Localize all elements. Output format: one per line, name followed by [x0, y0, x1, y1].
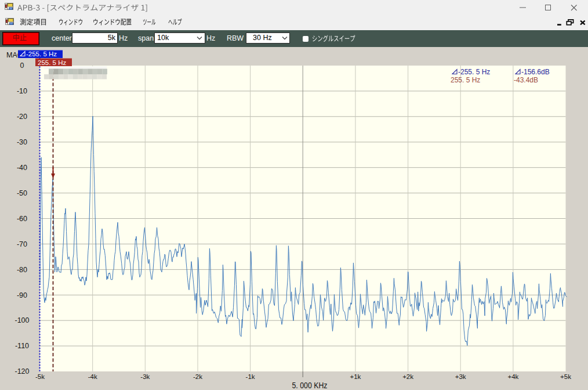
svg-text:+4k: +4k	[507, 373, 518, 380]
svg-text:-255. 5 Hz: -255. 5 Hz	[26, 50, 57, 57]
svg-text:-10: -10	[17, 87, 27, 95]
svg-text:-80: -80	[17, 266, 27, 274]
svg-text:-30: -30	[17, 138, 27, 146]
svg-text:-255. 5 Hz: -255. 5 Hz	[458, 68, 490, 76]
svg-text:-4k: -4k	[88, 373, 97, 380]
svg-text:-156.6dB: -156.6dB	[521, 68, 550, 76]
svg-text:-2k: -2k	[193, 373, 202, 380]
svg-text:-43.4dB: -43.4dB	[514, 76, 538, 84]
svg-text:+3k: +3k	[455, 373, 466, 380]
svg-text:-1k: -1k	[246, 373, 255, 380]
svg-text:+2k: +2k	[402, 373, 413, 380]
svg-text:-40: -40	[17, 164, 27, 172]
svg-text:-20: -20	[17, 113, 27, 121]
svg-text:-60: -60	[17, 215, 27, 223]
svg-text:-3k: -3k	[140, 373, 150, 380]
svg-text:5. 000 KHz: 5. 000 KHz	[292, 380, 328, 390]
svg-text:0: 0	[20, 62, 24, 70]
svg-text:-50: -50	[17, 189, 27, 197]
svg-text:255. 5 Hz: 255. 5 Hz	[38, 59, 66, 66]
svg-text:-5k: -5k	[35, 373, 45, 380]
svg-text:-70: -70	[17, 240, 27, 248]
svg-text:-100: -100	[14, 316, 29, 324]
svg-text:-110: -110	[15, 342, 29, 350]
svg-text:+5k: +5k	[560, 373, 571, 380]
svg-text:255. 5 Hz: 255. 5 Hz	[451, 76, 480, 84]
svg-text:-120: -120	[14, 367, 29, 375]
svg-text:+1k: +1k	[350, 373, 361, 380]
svg-text:-90: -90	[17, 291, 27, 299]
